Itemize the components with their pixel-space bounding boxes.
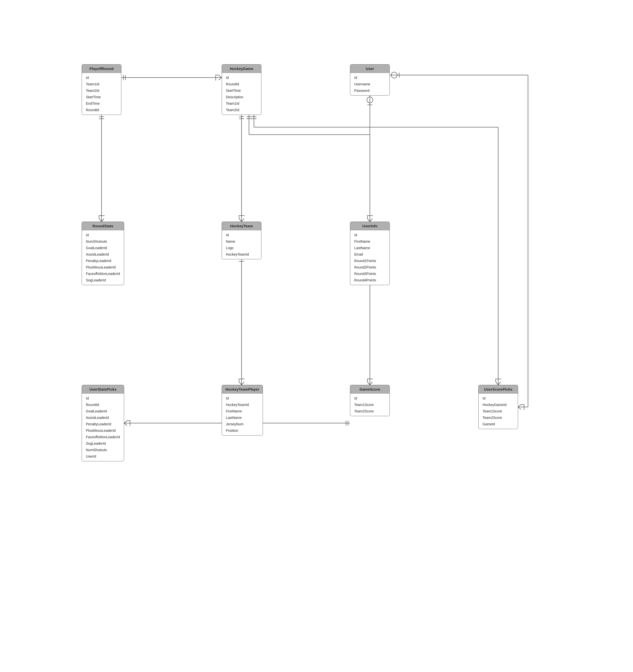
field-hockeyteamplayer-position: Position (222, 427, 263, 434)
field-userscorepicks-team2score: Team2Score (478, 414, 518, 421)
entity-header-user: User (350, 65, 390, 73)
field-hockeygame-description: Description (222, 94, 261, 100)
field-roundstats-id: Id (82, 232, 124, 238)
svg-line-17 (239, 219, 241, 222)
svg-line-18 (241, 219, 244, 222)
field-user-password: Password (350, 87, 390, 94)
svg-line-31 (370, 219, 372, 222)
field-userstatspicks-numshutouts: NumShutouts (82, 447, 124, 453)
field-user-username: Username (350, 81, 390, 87)
field-hockeyteamplayer-lastname: LastName (222, 414, 263, 421)
entity-header-userinfo: UserInfo (350, 222, 390, 230)
entity-header-userstatspicks: UserStatsPicks (82, 385, 124, 393)
field-hockeyteam-logo: Logo (222, 245, 261, 251)
field-hockeygame-id: Id (222, 74, 261, 81)
field-roundstats-plusminusleaderid: PlusMinusLeaderId (82, 264, 124, 270)
field-hockeyteamplayer-jerseynum: JerseyNum (222, 421, 263, 427)
entity-header-hockeygame: HockeyGame (222, 65, 261, 73)
svg-line-4 (219, 78, 222, 80)
svg-point-37 (391, 72, 397, 78)
field-userscorepicks-team1score: Team1Score (478, 408, 518, 414)
field-roundstats-numshutouts: NumShutouts (82, 238, 124, 245)
field-userscorepicks-hockeygameid: HockeyGameId (478, 402, 518, 408)
field-userinfo-lastname: LastName (350, 245, 390, 251)
field-gamescore-team2score: Team2Score (350, 408, 390, 414)
field-userstatspicks-userid: UserId (82, 453, 124, 460)
field-hockeyteam-id: Id (222, 232, 261, 238)
field-userstatspicks-goalleaderid: GoalLeaderId (82, 408, 124, 414)
field-userstatspicks-assistleaderid: AssistLeaderId (82, 414, 124, 421)
field-userinfo-round3points: Round3Points (350, 270, 390, 277)
field-roundstats-sogleaderid: SogLeaderId (82, 277, 124, 283)
field-playoffround-endtime: EndTime (82, 100, 121, 107)
field-userinfo-round2points: Round2Points (350, 264, 390, 270)
entity-hockeyteam: HockeyTeamIdNameLogoHockeyTeamId (222, 222, 261, 259)
field-userinfo-round4points: Round4Points (350, 277, 390, 283)
svg-line-65 (498, 382, 501, 385)
field-userinfo-id: Id (350, 232, 390, 238)
field-hockeyteamplayer-id: Id (222, 395, 263, 402)
svg-line-64 (496, 382, 498, 385)
field-hockeyteamplayer-hockeyteamid: HockeyTeamId (222, 402, 263, 408)
entity-header-roundstats: RoundStats (82, 222, 124, 230)
field-userinfo-round1points: Round1Points (350, 258, 390, 264)
entity-hockeyteamplayer: HockeyTeamPlayerIdHockeyTeamIdFirstNameL… (222, 385, 263, 435)
field-playoffround-roundid: RoundId (82, 107, 121, 113)
canvas: PlayoffRoundIdTeam1IdTeam2IdStartTimeEnd… (0, 0, 633, 672)
field-userstatspicks-sogleaderid: SogLeaderId (82, 440, 124, 447)
entity-hockeygame: HockeyGameIdRoundIdStartTimeDescriptionT… (222, 64, 261, 115)
entity-userinfo: UserInfoIdFirstNameLastNameEmailRound1Po… (350, 222, 390, 285)
svg-line-39 (518, 405, 521, 407)
svg-line-56 (370, 382, 372, 385)
entity-header-hockeyteam: HockeyTeam (222, 222, 261, 230)
entity-gamescore: GameScoreIdTeam1ScoreTeam2Score (350, 385, 390, 416)
svg-line-25 (241, 382, 244, 385)
svg-point-28 (367, 97, 373, 103)
entity-userstatspicks: UserStatsPicksIdRoundIdGoalLeaderIdAssis… (82, 385, 124, 461)
entity-user: UserIdUsernamePassword (350, 64, 390, 96)
field-gamescore-id: Id (350, 395, 390, 402)
svg-line-24 (239, 382, 241, 385)
field-roundstats-faceoffswonleaderid: FaceoffsWonLeaderId (82, 270, 124, 277)
field-userinfo-firstname: FirstName (350, 238, 390, 245)
field-playoffround-id: Id (82, 74, 121, 81)
entity-header-gamescore: GameScore (350, 385, 390, 393)
entity-header-playoffround: PlayoffRound (82, 65, 121, 73)
field-hockeyteam-name: Name (222, 238, 261, 245)
svg-line-47 (124, 423, 127, 426)
entity-header-hockeyteamplayer: HockeyTeamPlayer (222, 385, 263, 393)
field-userscorepicks-id: Id (478, 395, 518, 402)
field-playoffround-starttime: StartTime (82, 94, 121, 100)
svg-line-10 (99, 219, 101, 222)
svg-line-3 (219, 75, 222, 78)
entity-roundstats: RoundStatsIdNumShutoutsGoalLeaderIdAssis… (82, 222, 124, 285)
field-userstatspicks-roundid: RoundId (82, 402, 124, 408)
entity-userscorepicks: UserScorePicksIdHockeyGameIdTeam1ScoreTe… (478, 385, 518, 429)
field-playoffround-team2id: Team2Id (82, 87, 121, 94)
field-hockeyteam-hockeyteamid: HockeyTeamId (222, 251, 261, 258)
field-hockeygame-team1id: Team1Id (222, 100, 261, 107)
field-roundstats-penaltyleaderid: PenaltyLeaderId (82, 258, 124, 264)
field-hockeyteamplayer-firstname: FirstName (222, 408, 263, 414)
field-userscorepicks-gameid: GameId (478, 421, 518, 427)
field-user-id: Id (350, 74, 390, 81)
field-userstatspicks-penaltyleaderid: PenaltyLeaderId (82, 421, 124, 427)
field-gamescore-team1score: Team1Score (350, 402, 390, 408)
field-hockeygame-team2id: Team2Id (222, 107, 261, 113)
field-userinfo-email: Email (350, 251, 390, 258)
svg-line-30 (367, 219, 370, 222)
field-userstatspicks-faceoffswonleaderid: FaceoffsWonLeaderId (82, 434, 124, 440)
svg-line-55 (367, 382, 370, 385)
field-userstatspicks-plusminusleaderid: PlusMinusLeaderId (82, 427, 124, 434)
svg-line-46 (124, 421, 127, 423)
field-roundstats-goalleaderid: GoalLeaderId (82, 245, 124, 251)
field-playoffround-team1id: Team1Id (82, 81, 121, 87)
entity-header-userscorepicks: UserScorePicks (478, 385, 518, 393)
field-userstatspicks-id: Id (82, 395, 124, 402)
svg-line-40 (518, 407, 521, 409)
entity-playoffround: PlayoffRoundIdTeam1IdTeam2IdStartTimeEnd… (82, 64, 121, 115)
field-roundstats-assistleaderid: AssistLeaderId (82, 251, 124, 258)
field-hockeygame-roundid: RoundId (222, 81, 261, 87)
field-hockeygame-starttime: StartTime (222, 87, 261, 94)
svg-line-11 (101, 219, 104, 222)
